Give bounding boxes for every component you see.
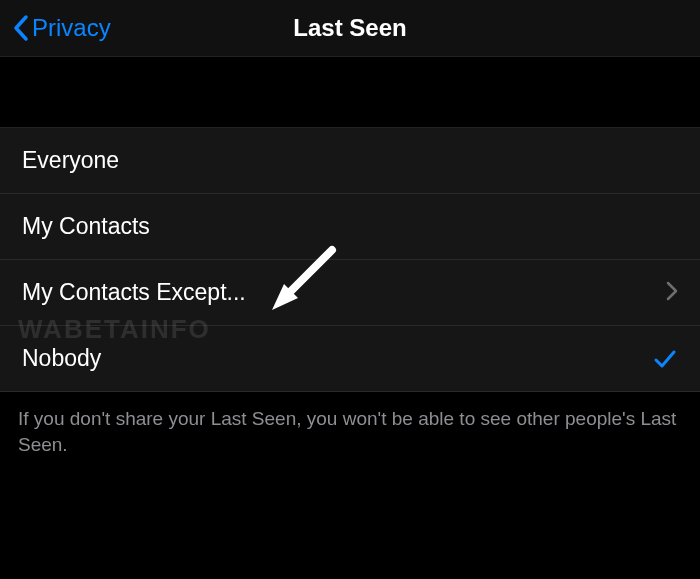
- option-my-contacts[interactable]: My Contacts: [0, 194, 700, 260]
- option-nobody[interactable]: Nobody: [0, 326, 700, 392]
- navbar: Privacy Last Seen: [0, 0, 700, 56]
- option-everyone[interactable]: Everyone: [0, 128, 700, 194]
- section-spacer: [0, 56, 700, 128]
- footer-text: If you don't share your Last Seen, you w…: [0, 392, 700, 471]
- chevron-right-icon: [666, 279, 678, 307]
- option-label: My Contacts: [22, 213, 678, 240]
- option-label: My Contacts Except...: [22, 279, 666, 306]
- page-title: Last Seen: [293, 14, 406, 42]
- options-list: Everyone My Contacts My Contacts Except.…: [0, 128, 700, 392]
- option-label: Nobody: [22, 345, 652, 372]
- option-my-contacts-except[interactable]: My Contacts Except...: [0, 260, 700, 326]
- back-label: Privacy: [32, 14, 111, 42]
- back-button[interactable]: Privacy: [12, 14, 111, 42]
- chevron-left-icon: [12, 14, 30, 42]
- checkmark-icon: [652, 346, 678, 372]
- option-label: Everyone: [22, 147, 678, 174]
